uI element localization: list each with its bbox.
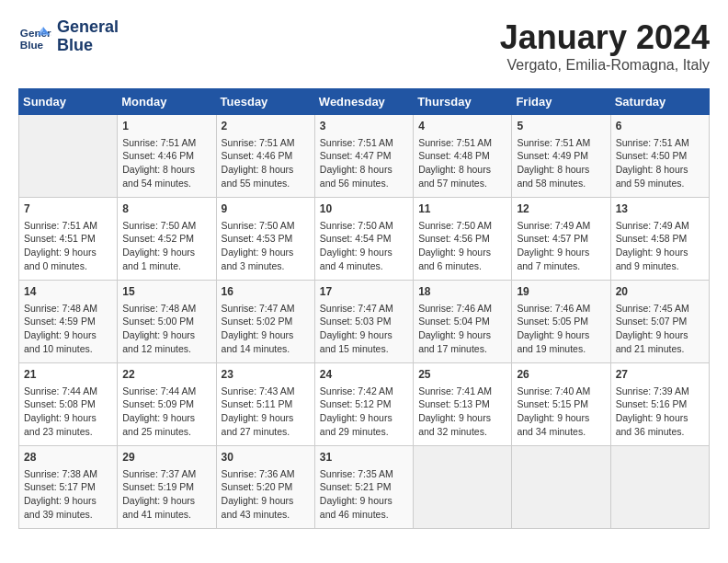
calendar-cell: 28Sunrise: 7:38 AMSunset: 5:17 PMDayligh… [19,446,118,529]
day-info-line: Sunrise: 7:46 AM [517,302,605,316]
day-info-line: Sunrise: 7:39 AM [616,385,704,398]
day-info-line: Sunrise: 7:43 AM [222,385,310,398]
day-info-line: Sunset: 4:53 PM [222,232,310,246]
day-info-line: Daylight: 9 hours [418,246,506,259]
day-info-line: and 55 minutes. [222,177,310,190]
day-info-line: Sunset: 5:05 PM [517,315,605,328]
calendar-cell: 15Sunrise: 7:48 AMSunset: 5:00 PMDayligh… [118,281,216,363]
day-number: 4 [418,119,506,134]
day-info-line: and 27 minutes. [222,425,310,439]
calendar-cell: 12Sunrise: 7:49 AMSunset: 4:57 PMDayligh… [512,198,610,281]
day-info-line: Daylight: 9 hours [222,246,310,259]
day-info-line: Daylight: 9 hours [222,411,310,425]
calendar-cell: 18Sunrise: 7:46 AMSunset: 5:04 PMDayligh… [414,281,512,363]
day-info-line: Sunset: 4:48 PM [418,149,506,163]
calendar-table: SundayMondayTuesdayWednesdayThursdayFrid… [18,88,710,529]
day-info-line: and 58 minutes. [517,177,605,190]
title-block: January 2024 Vergato, Emilia-Romagna, It… [500,18,710,74]
day-info-line: Sunrise: 7:49 AM [517,219,605,233]
weekday-header-tuesday: Tuesday [216,89,314,115]
calendar-cell: 24Sunrise: 7:42 AMSunset: 5:12 PMDayligh… [314,363,413,446]
day-info-line: Sunset: 5:04 PM [418,315,506,328]
day-info-line: and 14 minutes. [222,342,310,356]
day-info-line: and 12 minutes. [122,342,210,356]
day-info-line: and 34 minutes. [517,425,605,439]
day-info-line: Daylight: 9 hours [122,328,210,342]
day-number: 16 [222,284,310,300]
day-info-line: Sunset: 5:20 PM [222,480,310,494]
calendar-cell: 19Sunrise: 7:46 AMSunset: 5:05 PMDayligh… [512,281,610,363]
day-info-line: and 43 minutes. [222,508,310,522]
day-info-line: and 56 minutes. [320,177,408,190]
day-info-line: and 15 minutes. [320,342,408,356]
day-info-line: Sunset: 5:13 PM [418,397,506,411]
calendar-week-row: 14Sunrise: 7:48 AMSunset: 4:59 PMDayligh… [19,281,710,363]
day-number: 5 [517,119,605,134]
day-number: 1 [122,119,210,134]
calendar-week-row: 21Sunrise: 7:44 AMSunset: 5:08 PMDayligh… [19,363,710,446]
day-info-line: and 10 minutes. [24,342,112,356]
calendar-cell: 9Sunrise: 7:50 AMSunset: 4:53 PMDaylight… [216,198,314,281]
day-info-line: Sunrise: 7:45 AM [616,302,704,316]
day-info-line: and 39 minutes. [24,508,112,522]
day-info-line: and 19 minutes. [517,342,605,356]
day-info-line: and 41 minutes. [122,508,210,522]
day-info-line: Daylight: 9 hours [418,411,506,425]
day-info-line: and 25 minutes. [122,425,210,439]
day-number: 25 [418,367,506,383]
day-info-line: Daylight: 9 hours [616,411,704,425]
day-info-line: and 7 minutes. [517,259,605,273]
day-info-line: Sunrise: 7:51 AM [517,136,605,150]
day-number: 15 [122,284,210,300]
day-number: 19 [517,284,605,300]
calendar-cell: 29Sunrise: 7:37 AMSunset: 5:19 PMDayligh… [118,446,216,529]
day-number: 31 [320,450,408,465]
logo-text-line1: General [57,18,119,37]
day-info-line: Sunset: 4:58 PM [616,232,704,246]
day-info-line: Daylight: 8 hours [320,163,408,177]
day-info-line: Sunrise: 7:51 AM [320,136,408,150]
day-info-line: Sunrise: 7:50 AM [122,219,210,233]
day-number: 28 [24,450,112,465]
day-info-line: and 0 minutes. [24,259,112,273]
logo: General Blue General Blue [18,18,119,55]
svg-text:Blue: Blue [20,38,44,50]
day-info-line: Sunrise: 7:42 AM [320,385,408,398]
day-info-line: Sunrise: 7:44 AM [122,385,210,398]
day-info-line: Sunrise: 7:35 AM [320,467,408,481]
day-number: 9 [222,201,310,217]
calendar-cell: 4Sunrise: 7:51 AMSunset: 4:48 PMDaylight… [414,115,512,198]
day-info-line: Sunset: 4:46 PM [122,149,210,163]
day-number: 24 [320,367,408,383]
day-info-line: Daylight: 9 hours [122,411,210,425]
day-number: 30 [222,450,310,465]
day-info-line: Sunrise: 7:38 AM [24,467,112,481]
day-info-line: Sunrise: 7:51 AM [418,136,506,150]
calendar-cell: 27Sunrise: 7:39 AMSunset: 5:16 PMDayligh… [610,363,709,446]
day-info-line: Daylight: 9 hours [24,494,112,508]
day-number: 14 [24,284,112,300]
day-info-line: Sunset: 4:47 PM [320,149,408,163]
day-info-line: Sunset: 5:09 PM [122,397,210,411]
day-info-line: and 21 minutes. [616,342,704,356]
day-info-line: Sunrise: 7:48 AM [24,302,112,316]
day-info-line: Sunrise: 7:47 AM [320,302,408,316]
day-info-line: Sunset: 4:59 PM [24,315,112,328]
day-info-line: Daylight: 9 hours [616,328,704,342]
day-info-line: Sunrise: 7:51 AM [122,136,210,150]
day-info-line: Daylight: 8 hours [517,163,605,177]
weekday-header-friday: Friday [512,89,610,115]
day-info-line: Sunset: 4:50 PM [616,149,704,163]
calendar-cell: 10Sunrise: 7:50 AMSunset: 4:54 PMDayligh… [314,198,413,281]
day-number: 29 [122,450,210,465]
day-number: 3 [320,119,408,134]
day-info-line: Sunset: 5:17 PM [24,480,112,494]
calendar-cell: 26Sunrise: 7:40 AMSunset: 5:15 PMDayligh… [512,363,610,446]
calendar-week-row: 7Sunrise: 7:51 AMSunset: 4:51 PMDaylight… [19,198,710,281]
day-number: 17 [320,284,408,300]
day-info-line: Daylight: 9 hours [320,328,408,342]
day-info-line: Sunrise: 7:46 AM [418,302,506,316]
calendar-cell: 11Sunrise: 7:50 AMSunset: 4:56 PMDayligh… [414,198,512,281]
day-info-line: Sunrise: 7:49 AM [616,219,704,233]
day-info-line: Sunset: 5:03 PM [320,315,408,328]
